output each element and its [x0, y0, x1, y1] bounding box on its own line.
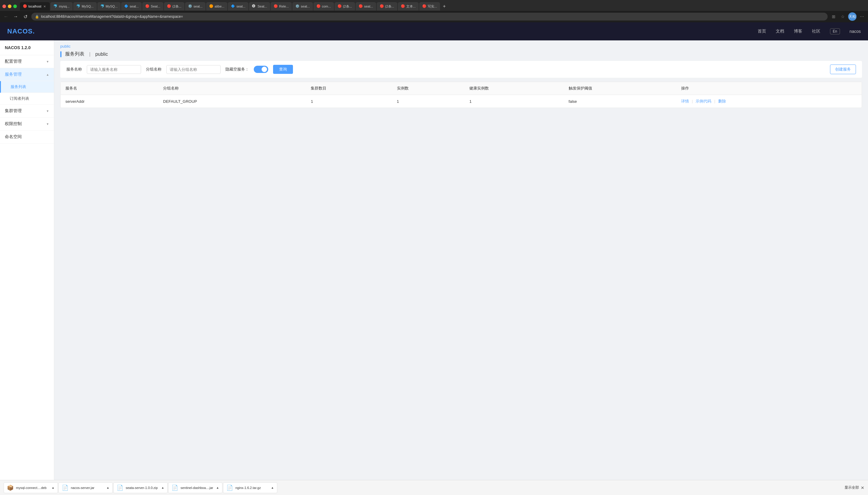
back-button[interactable]: ← — [2, 13, 10, 20]
download-arrow-sentinel[interactable]: ▲ — [216, 486, 219, 489]
sidebar-version: NACOS 1.2.0 — [0, 40, 54, 55]
download-item-nginx: 📄 nginx-1.6.2.tar.gz ▲ — [223, 482, 277, 493]
tab-label-seat1: seat... — [129, 4, 139, 8]
sidebar-item-service[interactable]: 服务管理 ▲ — [0, 68, 54, 81]
action-delete[interactable]: 删除 — [718, 99, 726, 103]
tab-label: localhost — [28, 4, 41, 8]
url-bar[interactable]: 🔒 localhost:8848/nacos/#/serviceManageme… — [31, 13, 828, 20]
download-icon-seata: 📄 — [117, 484, 123, 491]
tab-wenben[interactable]: 🔴 文本... — [398, 2, 419, 11]
tab-seat7[interactable]: 🔴 seat... — [355, 2, 376, 11]
sidebar-item-service-label: 服务管理 — [5, 72, 22, 77]
new-tab-button[interactable]: + — [441, 3, 448, 10]
service-name-input[interactable] — [87, 65, 141, 74]
tab-close-icon[interactable]: ✕ — [42, 4, 47, 8]
nav-link-community[interactable]: 社区 — [812, 29, 820, 34]
forward-button[interactable]: → — [12, 13, 19, 20]
tab-label-rele: Rele... — [279, 4, 289, 8]
download-name-sentinel: sentinel-dashboa....jar — [180, 486, 214, 490]
tab-mysql[interactable]: 🐬 mysq... — [50, 2, 72, 11]
tab-seat6[interactable]: ⚙️ seat... — [292, 2, 313, 11]
app-container: NACOS. 首页 文档 博客 社区 En nacos NACOS 1.2.0 … — [0, 22, 868, 495]
tab-2tiao2[interactable]: 🔴 (2条... — [334, 2, 355, 11]
tab-alib[interactable]: 🟠 alibe... — [206, 2, 227, 11]
tab-seat2[interactable]: 🔴 Seat... — [142, 2, 163, 11]
tab-seat4[interactable]: 🔷 seat... — [228, 2, 248, 11]
tab-seat3[interactable]: ⚙️ seat... — [185, 2, 206, 11]
top-nav-user[interactable]: nacos — [850, 29, 861, 34]
download-icon-nacos: 📄 — [62, 484, 68, 491]
nav-link-blog[interactable]: 博客 — [794, 29, 802, 34]
tab-label-2tiao: (2条... — [172, 4, 181, 9]
tab-favicon-wenben: 🔴 — [401, 4, 405, 8]
tab-label-mysql2: MySQ... — [82, 4, 94, 8]
sidebar-item-cluster[interactable]: 集群管理 ▼ — [0, 105, 54, 118]
tab-mysql3[interactable]: 🐬 MySQ... — [97, 2, 121, 11]
nav-link-home[interactable]: 首页 — [758, 29, 766, 34]
tab-xieshi[interactable]: 🔴 写实... — [419, 2, 440, 11]
download-arrow-mysql[interactable]: ▲ — [52, 486, 55, 489]
close-traffic-light[interactable] — [2, 4, 6, 8]
traffic-lights — [2, 4, 17, 8]
sidebar-sub-item-subscriber-list[interactable]: 订阅者列表 — [0, 93, 54, 105]
download-arrow-nginx[interactable]: ▲ — [271, 486, 274, 489]
top-nav: NACOS. 首页 文档 博客 社区 En nacos — [0, 22, 868, 40]
sidebar-item-auth[interactable]: 权限控制 ▼ — [0, 118, 54, 131]
tab-seat5[interactable]: 🅢 Seat... — [249, 2, 270, 11]
refresh-button[interactable]: ↺ — [22, 13, 29, 20]
translate-icon[interactable]: ⊞ — [830, 13, 837, 20]
content-area: public 服务列表 | public 服务名称 分组名称 隐藏空服务： 查询 — [54, 40, 868, 495]
download-arrow-nacos[interactable]: ▲ — [106, 486, 109, 489]
tab-favicon-seat3: ⚙️ — [188, 4, 192, 8]
td-service-name: serverAddr — [60, 95, 158, 108]
download-item-seata: 📄 seata-server-1.0.0.zip ▲ — [113, 482, 168, 493]
th-cluster-count: 集群数目 — [306, 82, 392, 95]
tab-favicon-seat4: 🔷 — [231, 4, 235, 8]
td-actions: 详情 | 示例代码 | 删除 — [676, 95, 862, 108]
tab-label-com: com... — [322, 4, 331, 8]
minimize-traffic-light[interactable] — [8, 4, 12, 8]
sidebar-sub-item-service-list[interactable]: 服务列表 — [0, 81, 54, 93]
sidebar-item-cluster-label: 集群管理 — [5, 108, 22, 114]
tab-rele[interactable]: 🔴 Rele... — [271, 2, 292, 11]
maximize-traffic-light[interactable] — [13, 4, 17, 8]
close-download-bar-button[interactable]: ✕ — [861, 485, 864, 490]
more-icon[interactable]: ⋯ — [858, 13, 866, 20]
tab-seat1[interactable]: 🔷 seat... — [121, 2, 142, 11]
toggle-slider — [254, 66, 268, 73]
td-healthy-count: 1 — [465, 95, 563, 108]
nav-link-docs[interactable]: 文档 — [776, 29, 784, 34]
tab-2tiao[interactable]: 🔴 (2条... — [164, 2, 185, 11]
group-name-input[interactable] — [167, 65, 221, 74]
tab-2tiao3[interactable]: 🔴 (2条... — [377, 2, 397, 11]
tab-active[interactable]: 🔴 localhost ✕ — [20, 2, 50, 11]
lock-icon: 🔒 — [35, 15, 39, 19]
sidebar-item-config[interactable]: 配置管理 ▼ — [0, 55, 54, 68]
tab-label-seat5: Seat... — [257, 4, 267, 8]
chevron-down-icon-auth: ▼ — [46, 122, 49, 126]
breadcrumb[interactable]: public — [54, 40, 868, 50]
action-sample-code[interactable]: 示例代码 — [696, 99, 711, 103]
bookmark-icon[interactable]: ☆ — [839, 13, 846, 20]
filter-bar: 服务名称 分组名称 隐藏空服务： 查询 创建服务 — [60, 61, 862, 78]
tab-favicon-mysql3: 🐬 — [100, 4, 105, 8]
create-service-button[interactable]: 创建服务 — [830, 65, 856, 74]
tab-mysql2[interactable]: 🐬 MySQ... — [73, 2, 97, 11]
sidebar-item-namespace[interactable]: 命名空间 — [0, 131, 54, 143]
tab-label-xieshi: 写实... — [428, 4, 437, 9]
action-sep-1: | — [692, 99, 693, 103]
show-all-button[interactable]: 显示全部 — [845, 485, 859, 490]
group-name-label: 分组名称 — [146, 67, 161, 72]
td-group-name: DEFAULT_GROUP — [158, 95, 306, 108]
download-arrow-seata[interactable]: ▲ — [161, 486, 164, 489]
tab-favicon-seat5: 🅢 — [252, 4, 256, 8]
tab-com[interactable]: 🔴 com... — [313, 2, 334, 11]
query-button[interactable]: 查询 — [273, 65, 293, 74]
tab-favicon-2tiao2: 🔴 — [337, 4, 342, 8]
user-avatar[interactable]: 天粒 — [848, 12, 856, 21]
lang-button[interactable]: En — [830, 28, 840, 34]
hide-empty-toggle[interactable] — [254, 66, 268, 73]
action-detail[interactable]: 详情 — [681, 99, 689, 103]
table-header-row: 服务名 分组名称 集群数目 实例数 健康实例数 触发保护阈值 操作 — [60, 82, 862, 95]
tab-favicon: 🔴 — [23, 4, 27, 8]
